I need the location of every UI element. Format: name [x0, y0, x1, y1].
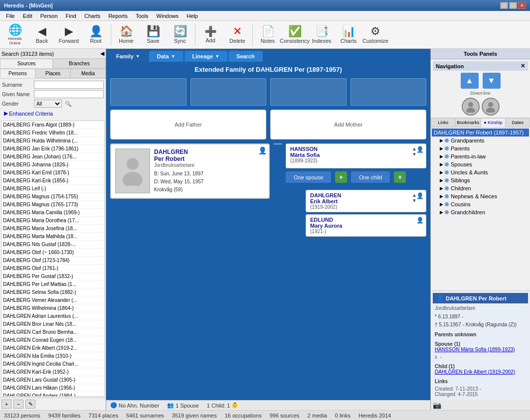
- tab-bookmarks[interactable]: Bookmarks: [455, 118, 481, 127]
- tab-lineage[interactable]: Lineage ▼: [184, 51, 228, 62]
- kinship-tree-item[interactable]: ▶Spouses: [432, 160, 529, 168]
- add-father-button[interactable]: Add Father: [110, 110, 266, 140]
- tab-sources[interactable]: Sources: [0, 59, 53, 68]
- kinship-tree-item[interactable]: ▶Grandchildren: [432, 208, 529, 216]
- surname-input[interactable]: [34, 81, 104, 89]
- menu-help[interactable]: Help: [182, 12, 202, 20]
- kinship-tree-item[interactable]: ▶Uncles & Aunts: [432, 168, 529, 176]
- minimize-button[interactable]: ─: [500, 2, 508, 9]
- menu-tools[interactable]: Tools: [132, 12, 153, 20]
- list-item[interactable]: DAHLBERG Marta Mathilda (18...: [1, 233, 104, 241]
- back-button[interactable]: ◀ Back: [29, 22, 55, 47]
- great-gp-3[interactable]: [270, 78, 347, 106]
- list-item[interactable]: DAHLBERG Jean (Johan) (176...: [1, 153, 104, 161]
- list-item[interactable]: DAHLBERG Selma Sofia (1882-): [1, 288, 104, 296]
- close-button[interactable]: ✕: [518, 2, 526, 9]
- tab-persons[interactable]: Persons: [0, 69, 35, 78]
- list-item[interactable]: DAHLBERG Leif (-): [1, 185, 104, 193]
- list-item[interactable]: DAHLBERG Karl Emil (1878-): [1, 169, 104, 177]
- edit-person-button[interactable]: ✎: [25, 400, 35, 409]
- list-item[interactable]: DAHLBERG Per Gustaf (1832-): [1, 273, 104, 280]
- list-item[interactable]: DAHLBERG Verner Alexander (...: [1, 296, 104, 304]
- list-item[interactable]: DAHLBERG Maria Dorothea (17...: [1, 217, 104, 225]
- spouse-scroll-btn[interactable]: ▲▼: [412, 146, 417, 157]
- tab-dates[interactable]: Dates: [506, 118, 530, 127]
- menu-charts[interactable]: Charts: [80, 12, 104, 20]
- menu-reports[interactable]: Reports: [104, 12, 132, 20]
- camera-icon[interactable]: 📷: [433, 401, 441, 409]
- list-item[interactable]: DAHLBERG Maria Camilla (1969-): [1, 209, 104, 217]
- save-button[interactable]: 💾 Save: [140, 22, 166, 47]
- list-item[interactable]: DAHLGREN Adrian Laurentius (...: [1, 312, 104, 320]
- kinship-tree-item[interactable]: ▶Siblings: [432, 176, 529, 184]
- add-person-button[interactable]: +: [1, 400, 11, 409]
- tab-data[interactable]: Data ▼: [149, 51, 183, 62]
- list-item[interactable]: DAHLGREN Olof Anders (1984-): [1, 392, 104, 397]
- child-card-1[interactable]: 👤 EDLUND Mary Aurora (1921-): [306, 214, 426, 237]
- menu-windows[interactable]: Windows: [153, 12, 183, 20]
- child-card-0[interactable]: 👤 ▲▼ DAHLGREN Erik Albert (1919-2002): [306, 190, 426, 212]
- advanced-criteria[interactable]: ▶ Enhanced Criteria: [2, 109, 104, 118]
- nav-avatar-female[interactable]: [462, 98, 480, 116]
- nav-avatar-male[interactable]: [482, 98, 500, 116]
- list-item[interactable]: DAHLBERG Hulda Wilhelmina (...: [1, 137, 104, 145]
- window-controls[interactable]: ─ □ ✕: [500, 2, 526, 9]
- list-item[interactable]: DAHLGREN Ingrid Cecilia Charl...: [1, 360, 104, 368]
- list-item[interactable]: DAHLBERG Fredric Vilhelm (18...: [1, 129, 104, 137]
- subject-card[interactable]: 👤 DAHLGREN Per Robert Jordbruksarbetare …: [110, 143, 270, 199]
- spouse-card[interactable]: 👤 ▲▼ HANSSON Märta Sofia (1899-1923): [286, 143, 426, 168]
- search-collapse-icon[interactable]: ◀: [100, 50, 104, 57]
- list-item[interactable]: DAHLGREN Lars Håkan (1956-): [1, 384, 104, 392]
- tab-links[interactable]: Links: [431, 118, 455, 127]
- list-item[interactable]: DAHLBERG Johanna (1826-): [1, 161, 104, 169]
- menu-file[interactable]: File: [2, 12, 19, 20]
- home-button[interactable]: 🏠 Home: [113, 22, 139, 47]
- list-item[interactable]: DAHLGREN Erik Albert (1919-2...: [1, 344, 104, 352]
- consistency-button[interactable]: ✅ Consistency: [282, 22, 308, 47]
- menu-find[interactable]: Find: [62, 12, 80, 20]
- add-button[interactable]: ➕ Add: [197, 22, 223, 47]
- kinship-tree-item[interactable]: ▶Cousins: [432, 200, 529, 208]
- list-item[interactable]: DAHLGREN Bror Linar Nils (18...: [1, 320, 104, 328]
- heredis-online-button[interactable]: 🌐 Heredis Online: [2, 22, 28, 47]
- tab-family[interactable]: Family ▼: [108, 51, 148, 62]
- great-gp-4[interactable]: [351, 78, 427, 106]
- tab-kinship[interactable]: ● Kinship: [481, 118, 505, 127]
- list-item[interactable]: DAHLBERG Olof (~ 1660-1730): [1, 249, 104, 257]
- list-item[interactable]: DAHLBERG Per Leif Mattias (1...: [1, 280, 104, 288]
- list-item[interactable]: DAHLBERG Olof (1761-): [1, 265, 104, 273]
- kinship-tree-item[interactable]: ▶Grandparents: [432, 137, 529, 144]
- nav-down-button[interactable]: ▼: [483, 73, 501, 89]
- forward-button[interactable]: ▶ Forward: [56, 22, 82, 47]
- child-detail-link[interactable]: DAHLGREN Erik Albert (1919-2002): [435, 369, 526, 375]
- root-button[interactable]: 👤 Root: [83, 22, 109, 47]
- nav-up-button[interactable]: ▲: [461, 73, 479, 89]
- list-item[interactable]: DAHLBERG Magnus (1765-1773): [1, 201, 104, 209]
- maximize-button[interactable]: □: [509, 2, 517, 9]
- notes-button[interactable]: 📄 Notes: [255, 22, 281, 47]
- list-item[interactable]: DAHLBERG Frans Algot (1889-): [1, 121, 104, 129]
- menu-edit[interactable]: Edit: [19, 12, 36, 20]
- gender-select[interactable]: All Male Female: [34, 100, 62, 108]
- list-item[interactable]: DAHLGREN Conrad Eugen (18...: [1, 336, 104, 344]
- kinship-tree-item[interactable]: ▶Nephews & Nieces: [432, 192, 529, 200]
- great-gp-1[interactable]: [110, 78, 186, 106]
- menu-person[interactable]: Person: [36, 12, 62, 20]
- list-item[interactable]: DAHLGREN Lars Gustaf (1905-): [1, 376, 104, 384]
- list-item[interactable]: DAHLGREN Ida Emilia (1910-): [1, 352, 104, 360]
- add-spouse-button[interactable]: +: [335, 171, 347, 183]
- list-item[interactable]: DAHLGREN Karl-Erik (1952-): [1, 368, 104, 376]
- gender-filter-icon[interactable]: 🔍: [65, 101, 72, 107]
- list-item[interactable]: DAHLBERG Nils Gustaf (1828-...: [1, 241, 104, 249]
- remove-person-button[interactable]: −: [13, 400, 23, 409]
- list-item[interactable]: DAHLBERG Karl-Erik (1856-): [1, 177, 104, 185]
- sync-button[interactable]: 🔄 Sync: [167, 22, 193, 47]
- tab-search[interactable]: Search: [228, 51, 263, 62]
- list-item[interactable]: DAHLBERG Maria Josefina (18...: [1, 225, 104, 233]
- list-item[interactable]: DAHLBERG Magnus (1754-1755): [1, 193, 104, 201]
- list-item[interactable]: DAHLBERG Jan Erik (1796-1861): [1, 145, 104, 153]
- child-0-scroll[interactable]: ▲▼: [412, 192, 417, 203]
- list-item[interactable]: DAHLGREN Carl Bruno Bernha...: [1, 328, 104, 336]
- tab-branches[interactable]: Branches: [53, 59, 106, 68]
- given-name-input[interactable]: [34, 90, 104, 98]
